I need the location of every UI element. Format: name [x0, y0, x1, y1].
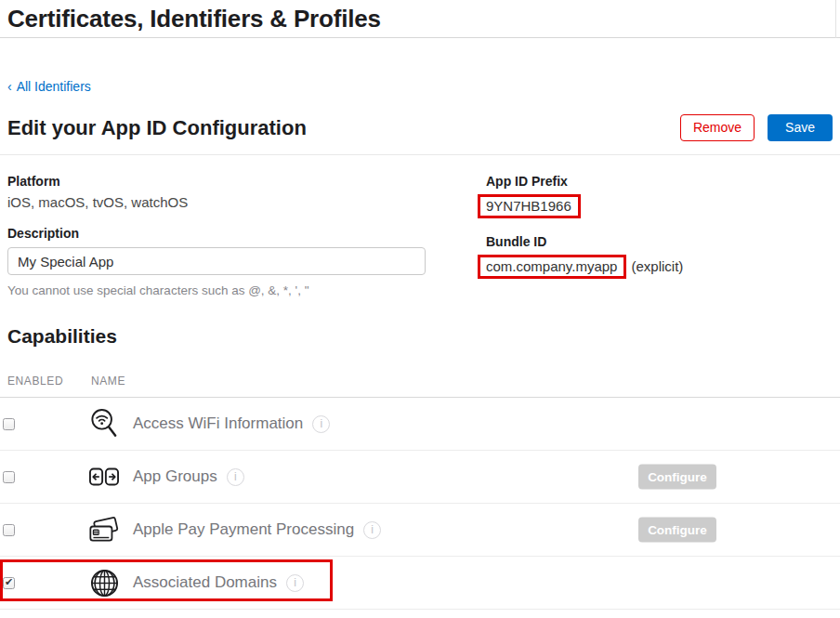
platform-label: Platform — [7, 174, 486, 189]
app-id-form: Platform iOS, macOS, tvOS, watchOS Descr… — [0, 155, 840, 297]
page-title: Certificates, Identifiers & Profiles — [0, 0, 840, 33]
description-helper-text: You cannot use special characters such a… — [7, 283, 486, 297]
info-icon[interactable]: i — [227, 468, 244, 486]
configure-button[interactable]: Configure — [638, 518, 716, 543]
info-icon[interactable]: i — [363, 521, 381, 539]
capabilities-table-header: ENABLED NAME — [0, 375, 840, 398]
section-header: Edit your App ID Configuration Remove Sa… — [7, 114, 833, 141]
capability-name: Associated Domains — [133, 573, 277, 592]
capabilities-table: ENABLED NAME Access WiFi Information i — [0, 375, 840, 610]
page-edge-divider — [835, 0, 836, 38]
capabilities-title: Capabilities — [7, 325, 833, 348]
capability-checkbox[interactable] — [3, 471, 15, 483]
section-title: Edit your App ID Configuration — [7, 116, 307, 140]
payment-cards-icon — [89, 513, 119, 546]
page-header: Certificates, Identifiers & Profiles — [0, 0, 840, 38]
column-header-name: NAME — [91, 375, 125, 388]
back-link-all-identifiers[interactable]: ‹ All Identifiers — [7, 79, 91, 94]
info-icon[interactable]: i — [286, 574, 304, 592]
info-icon[interactable]: i — [312, 415, 330, 433]
capability-checkbox[interactable] — [3, 577, 15, 589]
remove-button[interactable]: Remove — [680, 114, 755, 141]
wifi-search-icon — [89, 407, 119, 440]
column-header-enabled: ENABLED — [7, 375, 91, 388]
app-id-prefix-annotation: 9YN7HB1966 — [478, 194, 581, 218]
capability-row-associated-domains: Associated Domains i — [0, 557, 840, 610]
capability-name: Apple Pay Payment Processing — [133, 520, 354, 539]
capability-checkbox[interactable] — [3, 418, 15, 430]
bundle-id-label: Bundle ID — [486, 234, 833, 249]
description-label: Description — [7, 226, 486, 241]
capability-name: App Groups — [133, 467, 217, 486]
section-actions: Remove Save — [680, 114, 833, 141]
bundle-id-value: com.company.myapp — [486, 258, 617, 274]
chevron-left-icon: ‹ — [7, 79, 12, 94]
globe-icon — [89, 566, 119, 599]
app-id-prefix-value: 9YN7HB1966 — [486, 198, 571, 214]
app-groups-icon — [89, 460, 119, 493]
platform-field: Platform iOS, macOS, tvOS, watchOS — [7, 174, 486, 210]
capability-row-access-wifi: Access WiFi Information i — [0, 398, 840, 451]
save-button[interactable]: Save — [768, 114, 833, 141]
bundle-id-type: (explicit) — [631, 258, 683, 274]
bundle-id-field: Bundle ID com.company.myapp(explicit) — [486, 234, 833, 279]
capability-row-app-groups: App Groups i Configure — [0, 451, 840, 504]
configure-button[interactable]: Configure — [638, 465, 716, 490]
capability-name: Access WiFi Information — [133, 414, 303, 433]
app-id-prefix-field: App ID Prefix 9YN7HB1966 — [486, 174, 833, 218]
capability-row-apple-pay: Apple Pay Payment Processing i Configure — [0, 504, 840, 557]
app-id-prefix-label: App ID Prefix — [486, 174, 833, 189]
description-input[interactable] — [7, 247, 426, 275]
back-link-label: All Identifiers — [17, 79, 91, 94]
bundle-id-annotation: com.company.myapp — [478, 255, 626, 279]
description-field: Description You cannot use special chara… — [7, 226, 486, 297]
platform-value: iOS, macOS, tvOS, watchOS — [7, 194, 486, 210]
capability-checkbox[interactable] — [3, 524, 15, 536]
